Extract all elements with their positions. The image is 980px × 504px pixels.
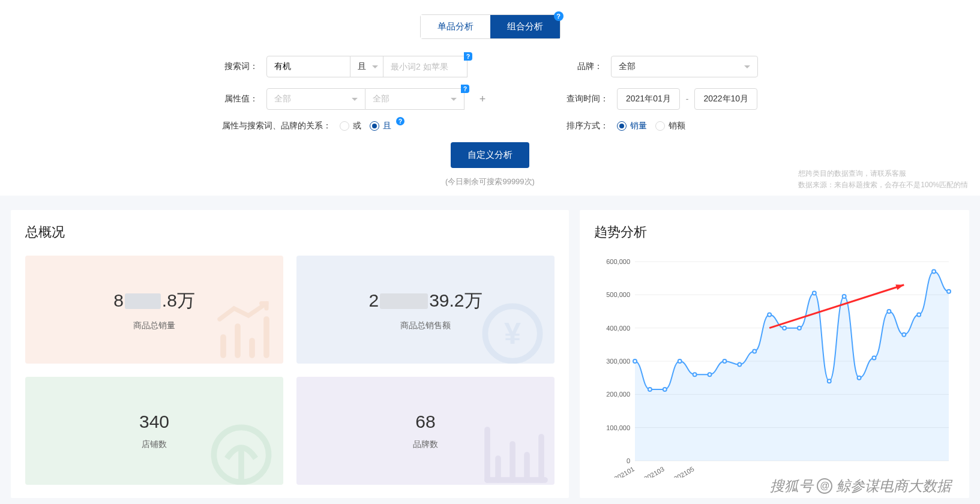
brand-select[interactable]: 全部 [611, 56, 758, 77]
date-from-input[interactable]: 2021年01月 [617, 88, 680, 110]
relation-radio-or[interactable]: 或 [340, 121, 361, 131]
stat-card-total-volume: 8 .8万 商品总销量 [25, 256, 283, 364]
data-source-note: 想跨类目的数据查询，请联系客服 数据来源：来自标题搜索，会存在不是100%匹配的… [798, 168, 968, 191]
svg-point-29 [648, 388, 652, 391]
relation-row: 属性与搜索词、品牌的关系： 或 且 ? [222, 121, 488, 131]
watermark-text: 搜狐号 @ 鲸参谋电商大数据 [770, 476, 951, 496]
date-to-input[interactable]: 2022年10月 [694, 88, 757, 110]
stat-value: 68 [415, 412, 435, 432]
svg-text:0: 0 [627, 457, 630, 464]
svg-point-35 [738, 363, 741, 367]
search-term-label: 搜索词： [222, 61, 258, 72]
svg-point-45 [887, 310, 891, 313]
svg-point-44 [872, 356, 876, 359]
overview-panel: 总概况 8 .8万 商品总销量 [11, 210, 569, 498]
attribute-select-1[interactable]: 全部 [266, 88, 365, 110]
stat-card-brand-count: 68 品牌数 [296, 377, 555, 485]
stat-value: 340 [139, 412, 169, 432]
bar-chart-icon [205, 298, 277, 364]
svg-point-33 [708, 373, 712, 376]
svg-text:202105: 202105 [673, 465, 696, 478]
svg-point-34 [723, 359, 726, 363]
help-icon[interactable]: ? [461, 85, 469, 93]
svg-point-31 [678, 359, 682, 363]
date-separator: - [686, 94, 689, 104]
svg-text:100,000: 100,000 [606, 424, 630, 431]
svg-point-41 [828, 379, 831, 383]
sort-label: 排序方式： [567, 121, 609, 131]
svg-point-43 [858, 376, 861, 380]
chevron-down-icon [372, 65, 378, 68]
svg-point-30 [663, 388, 667, 391]
brand-row: 品牌： 全部 [567, 56, 758, 77]
svg-point-32 [693, 373, 697, 376]
svg-text:202101: 202101 [613, 465, 636, 478]
attribute-select-2[interactable]: 全部 [365, 88, 464, 110]
stat-label: 商品总销售额 [400, 320, 451, 331]
stat-label: 商品总销量 [133, 320, 175, 331]
date-range-label: 查询时间： [567, 94, 609, 104]
bar-chart-icon [476, 419, 549, 485]
svg-point-38 [783, 326, 786, 330]
svg-point-46 [902, 333, 906, 337]
stat-label: 品牌数 [413, 439, 438, 450]
submit-analysis-button[interactable]: 自定义分析 [451, 142, 529, 168]
help-icon[interactable]: ? [396, 117, 404, 125]
svg-text:202103: 202103 [643, 465, 666, 478]
svg-point-28 [633, 359, 637, 363]
svg-point-36 [753, 349, 756, 353]
yen-coin-icon: ¥ [476, 298, 549, 364]
date-range-row: 查询时间： 2021年01月 - 2022年10月 [567, 88, 758, 110]
tab-combo-analysis[interactable]: 组合分析 [490, 15, 560, 38]
stat-value: 2 39.2万 [368, 289, 482, 313]
sort-row: 排序方式： 销量 销额 [567, 121, 758, 131]
svg-point-40 [813, 292, 816, 295]
relation-radio-and[interactable]: 且 ? [370, 121, 391, 131]
svg-point-39 [798, 326, 801, 330]
stat-card-total-revenue: 2 39.2万 商品总销售额 ¥ [296, 256, 555, 364]
brand-label: 品牌： [567, 61, 603, 72]
tab-single-analysis[interactable]: 单品分析 [421, 15, 490, 38]
overview-title: 总概况 [25, 223, 555, 241]
attribute-label: 属性值： [222, 94, 258, 104]
svg-text:600,000: 600,000 [606, 258, 630, 265]
analysis-mode-tabs: 单品分析 组合分析 ? [0, 14, 980, 39]
stat-label: 店铺数 [142, 439, 167, 450]
filter-panel: 单品分析 组合分析 ? 搜索词： 且 ? [0, 0, 980, 196]
add-attribute-button[interactable]: + [476, 93, 488, 105]
svg-point-47 [917, 313, 921, 317]
stat-card-shop-count: 340 店铺数 [25, 377, 283, 485]
svg-point-42 [843, 295, 846, 298]
svg-text:400,000: 400,000 [606, 325, 630, 332]
sort-radio-revenue[interactable]: 销额 [655, 121, 685, 131]
search-term-input[interactable] [266, 56, 350, 77]
chevron-down-icon [352, 98, 358, 101]
sort-radio-volume[interactable]: 销量 [617, 121, 647, 131]
help-icon[interactable]: ? [554, 11, 564, 21]
relation-label: 属性与搜索词、品牌的关系： [222, 121, 331, 131]
trend-panel: 趋势分析 0100,000200,000300,000400,000500,00… [580, 210, 969, 498]
shop-icon [205, 419, 277, 485]
trend-title: 趋势分析 [594, 223, 955, 241]
attribute-row: 属性值： 全部 全部 ? + [222, 88, 488, 110]
help-icon[interactable]: ? [464, 52, 472, 61]
svg-text:200,000: 200,000 [606, 391, 630, 398]
svg-text:¥: ¥ [504, 316, 521, 350]
chevron-down-icon [451, 98, 457, 101]
search-term-row: 搜索词： 且 ? [222, 56, 488, 77]
svg-point-37 [768, 313, 771, 317]
stat-value: 8 .8万 [113, 289, 195, 313]
search-conj-select[interactable]: 且 [350, 56, 383, 77]
svg-marker-54 [895, 284, 904, 290]
chevron-down-icon [744, 65, 750, 68]
svg-text:500,000: 500,000 [606, 291, 630, 298]
svg-point-48 [932, 270, 936, 274]
svg-point-49 [947, 290, 951, 293]
search-term-input-2[interactable] [383, 56, 467, 77]
trend-line-chart[interactable]: 0100,000200,000300,000400,000500,000600,… [594, 256, 955, 478]
svg-text:300,000: 300,000 [606, 358, 630, 365]
